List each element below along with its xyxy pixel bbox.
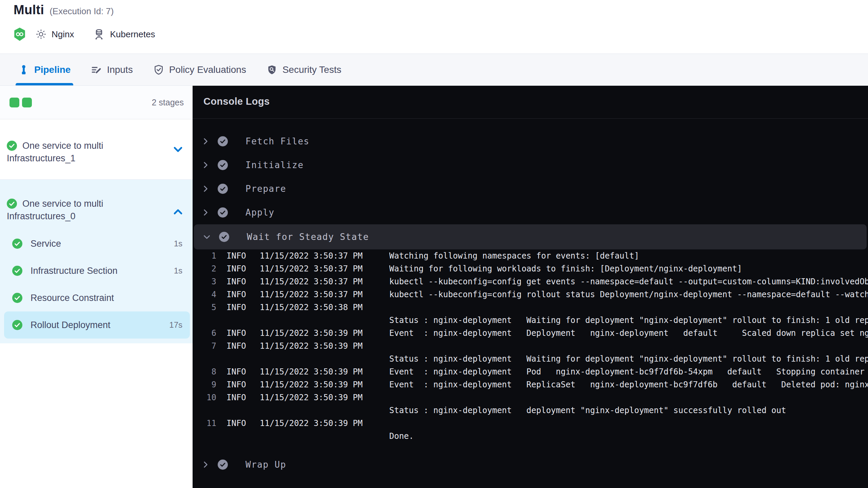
- log-line: 9INFO11/15/2022 3:50:39 PMEvent : nginx-…: [193, 378, 868, 391]
- console-step-initialize[interactable]: Initialize: [193, 153, 868, 177]
- chevron-down-icon[interactable]: [201, 232, 213, 241]
- log-level: INFO: [226, 303, 247, 312]
- log-timestamp: 11/15/2022 3:50:39 PM: [260, 328, 366, 338]
- log-message: Event : nginx-deployment Deployment ngin…: [389, 328, 868, 338]
- step-label: Rollout Deployment: [31, 320, 111, 330]
- log-level: INFO: [226, 251, 247, 261]
- tab-pipeline-label: Pipeline: [34, 64, 71, 75]
- pipeline-execution-page: Multi (Execution Id: 7) Nginx: [0, 0, 868, 488]
- console-step-label: Apply: [245, 207, 275, 218]
- log-line: 11INFO11/15/2022 3:50:39 PM: [193, 417, 868, 430]
- log-line: 5INFO11/15/2022 3:50:38 PM: [193, 301, 868, 314]
- check-circle-icon: [218, 160, 228, 170]
- check-circle-icon: [12, 320, 22, 330]
- console-body: Fetch Files Initialize: [193, 119, 868, 488]
- step-item-infrastructure-section[interactable]: Infrastructure Section 1s: [0, 257, 193, 284]
- chevron-up-icon[interactable]: [172, 206, 184, 218]
- tab-policy-evaluations[interactable]: Policy Evaluations: [153, 54, 246, 85]
- chevron-right-icon[interactable]: [199, 161, 212, 169]
- chevron-right-icon[interactable]: [199, 460, 212, 469]
- check-circle-icon: [12, 266, 22, 276]
- harness-logo-icon: [14, 27, 26, 41]
- console-step-apply[interactable]: Apply: [193, 201, 868, 224]
- stage-item-infrastructures-1[interactable]: One service to multi Infrastructures_1: [0, 119, 193, 180]
- log-timestamp: 11/15/2022 3:50:39 PM: [260, 419, 366, 428]
- chevron-down-icon[interactable]: [172, 144, 184, 155]
- shield-check-icon: [153, 64, 164, 75]
- shield-search-icon: [267, 64, 277, 75]
- log-level: INFO: [226, 264, 247, 273]
- log-line-number: 9: [199, 380, 216, 389]
- check-circle-icon: [12, 239, 22, 249]
- log-line-number: 11: [199, 419, 216, 428]
- console-step-label: Wait for Steady State: [247, 232, 369, 242]
- stage-title: One service to multi Infrastructures_0: [0, 180, 180, 223]
- chevron-right-icon[interactable]: [199, 184, 212, 193]
- tab-inputs[interactable]: Inputs: [91, 54, 133, 85]
- console-step-fetch-files[interactable]: Fetch Files: [193, 129, 868, 153]
- log-line-number: 2: [199, 264, 216, 273]
- execution-id: (Execution Id: 7): [50, 6, 114, 17]
- log-line: 6INFO11/15/2022 3:50:39 PMEvent : nginx-…: [193, 327, 868, 340]
- log-line-number: 10: [199, 393, 216, 402]
- stage-name: One service to multi Infrastructures_0: [7, 199, 103, 221]
- log-level: INFO: [226, 328, 247, 338]
- step-item-service[interactable]: Service 1s: [0, 230, 193, 257]
- stage-status-square-2[interactable]: [22, 98, 32, 107]
- console-logs-panel: Console Logs Fetch Files: [193, 86, 868, 488]
- log-line: 1INFO11/15/2022 3:50:37 PMWatching follo…: [193, 249, 868, 262]
- log-message: Watching following namespaces for events…: [389, 251, 868, 261]
- log-line-number: 6: [199, 328, 216, 338]
- services-row: Nginx Kubernetes: [14, 26, 174, 42]
- log-line: 10INFO11/15/2022 3:50:39 PM: [193, 391, 868, 404]
- gear-icon: [35, 28, 47, 40]
- console-step-wrap-up[interactable]: Wrap Up: [193, 453, 868, 476]
- check-circle-icon: [219, 232, 229, 242]
- service-name: Nginx: [52, 29, 74, 40]
- log-level: INFO: [226, 341, 247, 351]
- log-line-number: 8: [199, 367, 216, 377]
- log-timestamp: 11/15/2022 3:50:39 PM: [260, 393, 366, 402]
- stage-name: One service to multi Infrastructures_1: [7, 141, 103, 163]
- log-message: kubectl --kubeconfig=config get events -…: [389, 277, 868, 286]
- console-logs-title: Console Logs: [203, 96, 270, 107]
- step-item-rollout-deployment[interactable]: Rollout Deployment 17s: [4, 311, 190, 339]
- log-line-number: 7: [199, 341, 216, 351]
- stages-sidebar: 2 stages One service to multi Infrastruc…: [0, 86, 193, 488]
- step-duration: 17s: [169, 320, 182, 330]
- log-level: INFO: [226, 393, 247, 402]
- log-timestamp: 11/15/2022 3:50:37 PM: [260, 264, 366, 273]
- log-message: kubectl --kubeconfig=config rollout stat…: [389, 290, 868, 299]
- console-step-label: Fetch Files: [245, 136, 310, 146]
- tab-bar: Pipeline Inputs Policy Evaluations: [0, 54, 868, 86]
- tab-security-tests[interactable]: Security Tests: [267, 54, 341, 85]
- step-label: Resource Constraint: [31, 293, 114, 303]
- log-line-number: 1: [199, 251, 216, 261]
- log-timestamp: 11/15/2022 3:50:37 PM: [260, 290, 366, 299]
- log-message: Status : nginx-deployment Waiting for de…: [389, 354, 868, 364]
- log-timestamp: 11/15/2022 3:50:38 PM: [260, 303, 366, 312]
- tab-pipeline[interactable]: Pipeline: [18, 54, 71, 85]
- chevron-right-icon[interactable]: [199, 208, 212, 217]
- log-level: INFO: [226, 290, 247, 299]
- log-line: 4INFO11/15/2022 3:50:37 PMkubectl --kube…: [193, 288, 868, 301]
- log-level: INFO: [226, 380, 247, 389]
- step-label: Service: [31, 239, 61, 249]
- console-step-prepare[interactable]: Prepare: [193, 177, 868, 201]
- chevron-right-icon[interactable]: [199, 137, 212, 146]
- tab-inputs-label: Inputs: [107, 64, 133, 75]
- stage-item-infrastructures-0[interactable]: One service to multi Infrastructures_0 S…: [0, 180, 193, 343]
- step-item-resource-constraint[interactable]: Resource Constraint: [0, 284, 193, 311]
- stage-status-square-1[interactable]: [9, 98, 19, 107]
- title-row: Multi (Execution Id: 7): [14, 3, 114, 17]
- tab-security-tests-label: Security Tests: [282, 64, 341, 75]
- page-header: Multi (Execution Id: 7) Nginx: [0, 0, 868, 54]
- log-line: Done.: [193, 430, 868, 443]
- inputs-icon: [91, 64, 102, 75]
- console-step-wait-for-steady-state[interactable]: Wait for Steady State: [194, 224, 867, 249]
- log-timestamp: 11/15/2022 3:50:39 PM: [260, 341, 366, 351]
- pipeline-icon: [18, 64, 29, 75]
- page-title: Multi: [14, 3, 44, 17]
- log-timestamp: 11/15/2022 3:50:37 PM: [260, 251, 366, 261]
- log-timestamp: 11/15/2022 3:50:39 PM: [260, 367, 366, 377]
